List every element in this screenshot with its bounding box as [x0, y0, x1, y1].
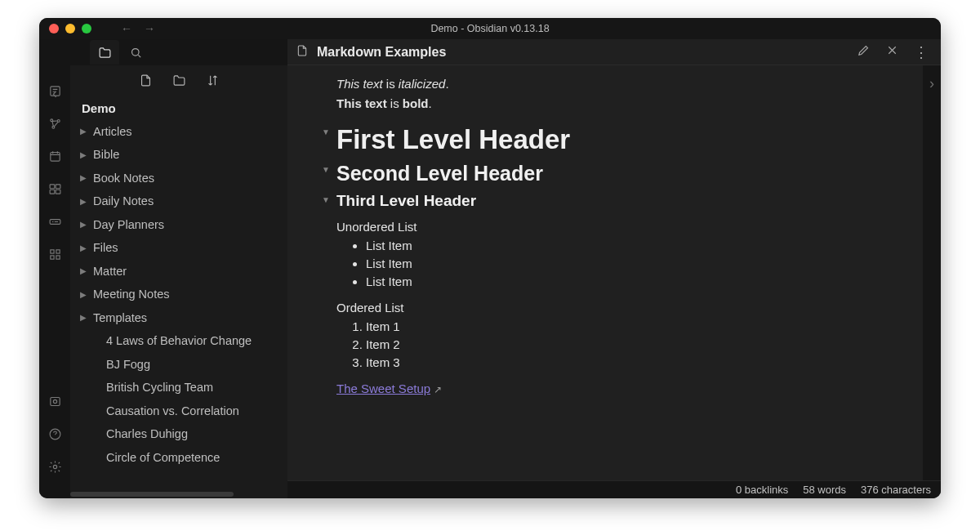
list-item: List Item — [366, 273, 910, 291]
svg-rect-6 — [56, 184, 60, 188]
close-tab-icon[interactable] — [882, 42, 902, 62]
paragraph: This text is italicized. — [336, 75, 910, 93]
file-item[interactable]: ▶Charles Duhigg — [70, 422, 287, 445]
folder-item[interactable]: ▶Day Planners — [70, 213, 287, 236]
svg-rect-8 — [56, 190, 60, 194]
file-item[interactable]: ▶Causation vs. Correlation — [70, 399, 287, 422]
file-explorer-sidebar: ‹ Demo ▶Articles ▶Bible ▶Book Notes ▶Dai… — [70, 39, 287, 498]
svg-point-15 — [53, 399, 56, 403]
folder-item[interactable]: ▶Templates — [70, 306, 287, 329]
svg-rect-12 — [50, 255, 53, 258]
svg-point-2 — [57, 119, 60, 122]
left-ribbon — [39, 39, 70, 498]
tab-search[interactable] — [121, 40, 150, 65]
list-item: List Item — [366, 255, 910, 273]
status-word-count: 58 words — [803, 484, 846, 496]
fold-icon[interactable]: ▼ — [322, 165, 330, 174]
unordered-list: List Item List Item List Item — [336, 237, 910, 290]
sidebar-tabs — [70, 39, 287, 65]
tab-file-explorer[interactable] — [90, 40, 119, 65]
app-window: ← → Demo - Obsidian v0.13.18 ‹ — [39, 18, 941, 498]
folder-item[interactable]: ▶Files — [70, 236, 287, 259]
external-link[interactable]: The Sweet Setup — [336, 382, 430, 395]
file-tree[interactable]: ▶Articles ▶Bible ▶Book Notes ▶Daily Note… — [70, 120, 287, 490]
graph-view-icon[interactable] — [47, 116, 62, 131]
svg-rect-10 — [50, 249, 53, 252]
zoom-window-button[interactable] — [82, 24, 91, 33]
window-title: Demo - Obsidian v0.13.18 — [39, 23, 941, 34]
note-icon — [296, 44, 309, 60]
note-tab-header: Markdown Examples ⋮ — [287, 39, 941, 65]
help-icon[interactable] — [47, 426, 62, 441]
new-note-icon[interactable] — [139, 74, 153, 91]
svg-rect-4 — [50, 152, 59, 161]
list-label: Ordered List — [336, 299, 910, 317]
svg-rect-13 — [56, 255, 59, 258]
minimize-window-button[interactable] — [65, 24, 75, 33]
file-item[interactable]: ▶4 Laws of Behavior Change — [70, 329, 287, 352]
list-item: Item 1 — [366, 318, 910, 336]
collapse-sidebar-icon[interactable]: ‹ — [52, 85, 57, 102]
file-item[interactable]: ▶BJ Fogg — [70, 353, 287, 376]
expand-right-sidebar-icon[interactable]: › — [923, 65, 941, 480]
svg-point-1 — [50, 118, 52, 121]
plugin-icon[interactable] — [47, 247, 62, 261]
calendar-icon[interactable] — [47, 149, 62, 163]
heading-1: ▼First Level Header — [336, 124, 910, 155]
nav-back-button[interactable]: ← — [121, 22, 132, 35]
paragraph: This text is bold. — [336, 95, 910, 113]
settings-icon[interactable] — [47, 459, 62, 474]
folder-item[interactable]: ▶Meeting Notes — [70, 283, 287, 306]
close-window-button[interactable] — [49, 24, 59, 33]
folder-item[interactable]: ▶Daily Notes — [70, 190, 287, 212]
fold-icon[interactable]: ▼ — [322, 195, 330, 204]
folder-item[interactable]: ▶Bible — [70, 143, 287, 166]
sort-icon[interactable] — [206, 74, 220, 91]
list-label: Unordered List — [336, 218, 910, 236]
status-bar: 0 backlinks 58 words 376 characters — [287, 480, 941, 498]
folder-item[interactable]: ▶Articles — [70, 120, 287, 143]
list-item: Item 2 — [366, 336, 910, 354]
new-folder-icon[interactable] — [172, 74, 186, 91]
list-item: Item 3 — [366, 354, 910, 372]
templates-icon[interactable] — [47, 181, 62, 196]
file-item[interactable]: ▶British Cycling Team — [70, 376, 287, 399]
folder-item[interactable]: ▶Matter — [70, 260, 287, 283]
heading-3: ▼Third Level Header — [336, 192, 910, 210]
fold-icon[interactable]: ▼ — [322, 127, 330, 136]
note-editor[interactable]: This text is italicized. This text is bo… — [287, 65, 923, 480]
file-item[interactable]: ▶Circle of Competence — [70, 446, 287, 469]
command-palette-icon[interactable] — [47, 214, 62, 229]
ordered-list: Item 1 Item 2 Item 3 — [336, 318, 910, 371]
vault-name: Demo — [70, 98, 287, 120]
svg-point-18 — [131, 48, 139, 55]
main-pane: Markdown Examples ⋮ This text is italici… — [287, 39, 941, 498]
titlebar: ← → Demo - Obsidian v0.13.18 — [39, 18, 941, 39]
heading-2: ▼Second Level Header — [336, 162, 910, 185]
svg-rect-11 — [56, 249, 59, 252]
svg-rect-14 — [50, 397, 59, 405]
more-options-icon[interactable]: ⋮ — [911, 42, 933, 63]
svg-rect-5 — [50, 184, 55, 188]
nav-forward-button[interactable]: → — [144, 22, 155, 35]
traffic-lights — [39, 24, 91, 33]
external-link-icon: ↗ — [434, 384, 442, 395]
svg-point-17 — [53, 465, 56, 468]
sidebar-horizontal-scrollbar[interactable] — [70, 490, 287, 498]
status-backlinks[interactable]: 0 backlinks — [736, 484, 788, 496]
edit-mode-icon[interactable] — [853, 42, 874, 62]
vault-icon[interactable] — [47, 394, 62, 408]
folder-item[interactable]: ▶Book Notes — [70, 167, 287, 190]
svg-rect-7 — [50, 190, 55, 194]
list-item: List Item — [366, 237, 910, 255]
status-char-count: 376 characters — [861, 484, 931, 496]
note-title: Markdown Examples — [317, 45, 446, 60]
